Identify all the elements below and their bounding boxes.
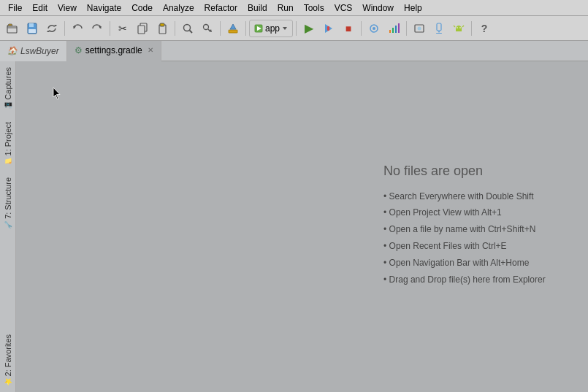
menu-help[interactable]: Help: [399, 1, 427, 15]
menu-code[interactable]: Code: [126, 1, 158, 15]
attach-debugger-button[interactable]: [364, 19, 383, 38]
menu-refactor[interactable]: Refactor: [199, 1, 243, 15]
menu-tools[interactable]: Tools: [299, 1, 329, 15]
hint-text-4: Open Recent Files with Ctrl+E: [389, 241, 507, 251]
svg-rect-0: [7, 26, 17, 33]
no-files-panel: No files are open • Search Everywhere wi…: [369, 61, 588, 392]
redo-button[interactable]: [88, 19, 107, 38]
svg-point-14: [204, 24, 209, 29]
side-panel-project[interactable]: 📁 1: Project: [0, 116, 15, 172]
mouse-cursor: [53, 87, 61, 100]
project-tab-icon: 🏠: [7, 46, 18, 55]
open-folder-button[interactable]: [3, 19, 22, 38]
svg-rect-9: [138, 26, 145, 34]
sep9: [471, 21, 472, 36]
hint-nav-bar: • Open Navigation Bar with Alt+Home: [383, 257, 573, 269]
find-replace-button[interactable]: [198, 19, 217, 38]
undo-button[interactable]: [68, 19, 87, 38]
svg-point-30: [418, 26, 421, 30]
project-icon: 📁: [4, 158, 12, 166]
svg-rect-2: [29, 23, 34, 27]
favorites-label: 2: Favorites: [4, 334, 12, 376]
paste-button[interactable]: [153, 19, 172, 38]
menu-edit[interactable]: Edit: [27, 1, 53, 15]
svg-line-13: [190, 30, 193, 33]
save-button[interactable]: [23, 19, 42, 38]
project-tab-label: LswBuyer: [20, 46, 59, 56]
find-button[interactable]: [178, 19, 197, 38]
sep3: [175, 21, 175, 36]
side-panel-captures[interactable]: 📷 Captures: [0, 61, 15, 116]
structure-icon: 🔧: [4, 221, 12, 229]
sync-button[interactable]: [42, 19, 61, 38]
hint-bullet-4: •: [383, 241, 389, 251]
svg-marker-20: [283, 27, 287, 30]
hint-text-1: Search Everywhere with Double Shift: [389, 191, 534, 201]
sep7: [361, 21, 362, 36]
hint-recent-files: • Open Recent Files with Ctrl+E: [383, 240, 573, 253]
gradle-tab-label: settings.gradle: [85, 45, 142, 55]
cut-button[interactable]: ✂: [113, 19, 132, 38]
svg-rect-22: [327, 26, 329, 31]
android-button[interactable]: [449, 19, 468, 38]
menu-window[interactable]: Window: [357, 1, 399, 15]
tab-project[interactable]: 🏠 LswBuyer: [0, 41, 67, 61]
hint-project-view: • Open Project View with Alt+1: [383, 207, 573, 219]
svg-point-24: [373, 27, 375, 30]
svg-rect-25: [389, 30, 391, 33]
svg-line-37: [462, 26, 464, 27]
debug-button[interactable]: [319, 19, 338, 38]
hint-drag-drop: • Drag and Drop file(s) here from Explor…: [383, 274, 573, 286]
hint-bullet-3: •: [383, 224, 389, 234]
copy-button[interactable]: [133, 19, 152, 38]
menu-view[interactable]: View: [53, 1, 82, 15]
svg-marker-17: [230, 24, 236, 29]
run-button[interactable]: ▶: [299, 19, 318, 38]
svg-rect-33: [436, 33, 442, 34]
help-button[interactable]: ?: [475, 19, 494, 38]
no-files-title: No files are open: [383, 164, 573, 179]
gradle-tab-icon: ⚙: [75, 45, 83, 55]
sep5: [245, 21, 246, 36]
hint-text-5: Open Navigation Bar with Alt+Home: [389, 258, 530, 268]
menu-file[interactable]: File: [3, 1, 27, 15]
project-label: 1: Project: [4, 122, 12, 155]
menu-analyze[interactable]: Analyze: [158, 1, 199, 15]
sep6: [296, 21, 297, 36]
run-config-dropdown[interactable]: app: [249, 20, 293, 37]
structure-label: 7: Structure: [4, 177, 12, 219]
svg-rect-27: [395, 26, 397, 33]
menu-navigate[interactable]: Navigate: [82, 1, 126, 15]
hint-bullet-6: •: [383, 274, 389, 285]
content-area: No files are open • Search Everywhere wi…: [16, 61, 588, 392]
gradle-tab-close[interactable]: ✕: [148, 46, 153, 54]
hint-bullet-5: •: [383, 258, 389, 268]
hint-open-file: • Open a file by name with Ctrl+Shift+N: [383, 223, 573, 236]
svg-rect-16: [229, 30, 237, 33]
hint-search: • Search Everywhere with Double Shift: [383, 191, 573, 203]
avd-manager-button[interactable]: [429, 19, 448, 38]
svg-point-35: [459, 27, 461, 28]
menu-vcs[interactable]: VCS: [329, 1, 358, 15]
svg-rect-28: [398, 23, 400, 33]
menu-build[interactable]: Build: [243, 1, 272, 15]
hint-bullet-1: •: [383, 191, 389, 201]
side-panel-structure[interactable]: 🔧 7: Structure: [0, 172, 15, 235]
captures-label: Captures: [4, 67, 12, 100]
menu-bar: File Edit View Navigate Code Analyze Ref…: [0, 0, 588, 16]
hint-text-2: Open Project View with Alt+1: [389, 207, 502, 218]
side-panels: 📷 Captures 📁 1: Project 🔧 7: Structure ⭐…: [0, 61, 16, 392]
svg-point-34: [457, 27, 458, 28]
menu-run[interactable]: Run: [272, 1, 299, 15]
stop-button[interactable]: ■: [339, 19, 358, 38]
run-config-label: app: [265, 23, 280, 34]
profile-button[interactable]: [384, 19, 403, 38]
captures-icon: 📷: [4, 102, 12, 110]
build-button[interactable]: [224, 19, 243, 38]
main-area: 📷 Captures 📁 1: Project 🔧 7: Structure ⭐…: [0, 61, 588, 392]
side-panel-favorites[interactable]: ⭐ 2: Favorites: [0, 328, 15, 392]
sep1: [64, 21, 65, 36]
tab-settings-gradle[interactable]: ⚙ settings.gradle ✕: [67, 41, 161, 61]
sdk-manager-button[interactable]: [410, 19, 429, 38]
svg-rect-11: [160, 23, 164, 26]
